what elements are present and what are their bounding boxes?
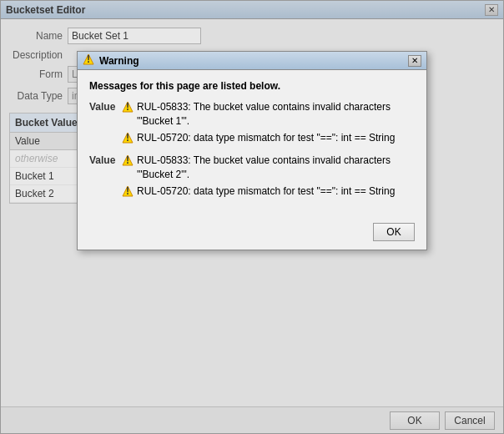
svg-text:!: ! <box>87 53 90 65</box>
warning-header-text: Messages for this page are listed below. <box>89 80 415 92</box>
message-item: ! RUL-05720: data type mismatch for test… <box>122 184 415 199</box>
warning-title-bar: ! Warning ✕ <box>78 52 426 70</box>
warning-dialog: ! Warning ✕ Messages for this page are l… <box>77 51 427 250</box>
message-text: RUL-05833: The bucket value contains inv… <box>137 100 415 129</box>
messages-list-2: ! RUL-05833: The bucket value contains i… <box>122 154 415 200</box>
message-text: RUL-05720: data type mismatch for test "… <box>137 131 395 145</box>
message-item: ! RUL-05720: data type mismatch for test… <box>122 131 415 145</box>
warning-close-button[interactable]: ✕ <box>408 55 421 67</box>
warning-body: Messages for this page are listed below.… <box>78 70 426 218</box>
message-text: RUL-05833: The bucket value contains inv… <box>137 154 415 182</box>
warning-footer: OK <box>78 218 426 250</box>
message-text: RUL-05720: data type mismatch for test "… <box>137 184 395 199</box>
svg-text:!: ! <box>126 185 129 197</box>
warning-icon-title: ! <box>83 53 94 68</box>
svg-text:!: ! <box>126 154 129 166</box>
message-item: ! RUL-05833: The bucket value contains i… <box>122 154 415 182</box>
svg-text:!: ! <box>126 101 129 113</box>
svg-text:!: ! <box>126 132 129 144</box>
warn-icon: ! <box>122 101 134 113</box>
message-item: ! RUL-05833: The bucket value contains i… <box>122 100 415 129</box>
warn-icon: ! <box>122 132 134 144</box>
value-label-1: Value <box>89 100 118 113</box>
warning-group-2: Value ! RUL-05833: The bucket value cont… <box>89 154 415 200</box>
warning-group-1: Value ! RUL-05833: The bucket value cont… <box>89 100 415 147</box>
warn-icon: ! <box>122 154 134 166</box>
main-window: Bucketset Editor ✕ Name Description Form… <box>0 0 504 434</box>
warning-ok-button[interactable]: OK <box>373 223 415 241</box>
warning-title: ! Warning <box>83 53 139 68</box>
messages-list-1: ! RUL-05833: The bucket value contains i… <box>122 100 415 147</box>
warn-icon: ! <box>122 185 134 197</box>
modal-overlay: ! Warning ✕ Messages for this page are l… <box>1 1 503 433</box>
value-label-2: Value <box>89 154 118 166</box>
